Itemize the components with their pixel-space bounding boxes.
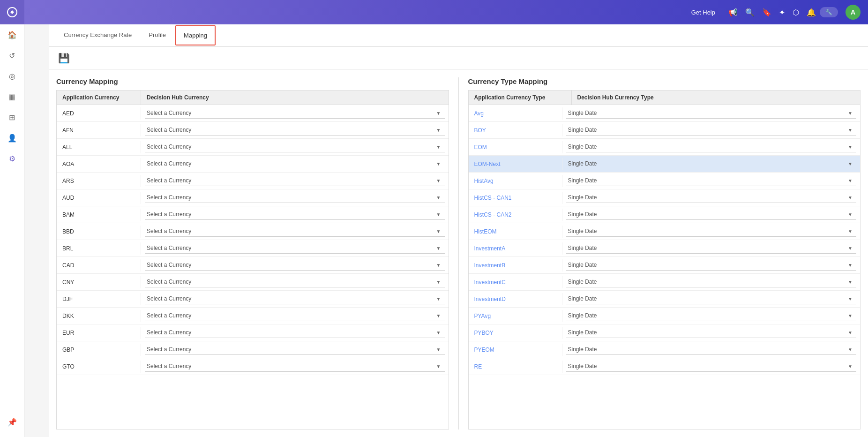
currency-select-display[interactable]: Select a Currency xyxy=(145,226,445,237)
currency-type-select-display[interactable]: Single Date xyxy=(566,192,857,203)
currency-type-select-wrapper: Single Date ▼ xyxy=(566,125,857,136)
search-icon[interactable]: 🔍 xyxy=(745,8,755,17)
currency-type-select-wrapper: Single Date ▼ xyxy=(566,175,857,186)
currency-select-display[interactable]: Select a Currency xyxy=(145,243,445,254)
app-currency-cell: BAM xyxy=(57,209,141,221)
compass-icon[interactable]: ✦ xyxy=(779,8,785,17)
hub-currency-type-cell: Single Date ▼ xyxy=(562,309,861,323)
user-avatar[interactable]: A xyxy=(846,5,861,20)
hub-currency-cell: Select a Currency ▼ xyxy=(141,190,449,205)
currency-type-select-display[interactable]: Single Date xyxy=(566,310,857,321)
currency-select-display[interactable]: Select a Currency xyxy=(145,158,445,169)
currency-type-select-display[interactable]: Single Date xyxy=(566,175,857,186)
bell-icon[interactable]: 🔔 xyxy=(807,8,816,17)
sidebar-item-pin[interactable]: 📌 xyxy=(0,412,24,432)
table-row: DJF Select a Currency ▼ xyxy=(57,291,449,308)
tab-profile[interactable]: Profile xyxy=(141,26,173,45)
sidebar-item-refresh[interactable]: ↺ xyxy=(0,45,24,66)
hub-currency-cell: Select a Currency ▼ xyxy=(141,258,449,272)
table-row: HistCS - CAN1 Single Date ▼ xyxy=(469,189,861,206)
currency-select-display[interactable]: Select a Currency xyxy=(145,310,445,321)
app-currency-type-cell: InvestmentC xyxy=(469,276,562,288)
app-currency-type-cell: BOY xyxy=(469,124,562,136)
currency-type-select-display[interactable]: Single Date xyxy=(566,125,857,136)
currency-type-select-display[interactable]: Single Date xyxy=(566,243,857,254)
currency-select-display[interactable]: Select a Currency xyxy=(145,192,445,203)
currency-type-select-display[interactable]: Single Date xyxy=(566,327,857,338)
sidebar-item-home[interactable]: 🏠 xyxy=(0,24,24,45)
sidebar-item-table[interactable]: ⊞ xyxy=(0,107,24,128)
app-currency-cell: EUR xyxy=(57,327,141,339)
currency-select-display[interactable]: Select a Currency xyxy=(145,125,445,136)
currency-select-display[interactable]: Select a Currency xyxy=(145,209,445,220)
currency-type-select-display[interactable]: Single Date xyxy=(566,344,857,355)
currency-select-display[interactable]: Select a Currency xyxy=(145,260,445,271)
currency-type-select-display[interactable]: Single Date xyxy=(566,226,857,237)
tab-currency-exchange-rate[interactable]: Currency Exchange Rate xyxy=(56,26,139,45)
app-currency-type-cell: InvestmentD xyxy=(469,293,562,305)
currency-type-select-display[interactable]: Single Date xyxy=(566,108,857,119)
currency-select-display[interactable]: Select a Currency xyxy=(145,344,445,355)
currency-type-select-wrapper: Single Date ▼ xyxy=(566,327,857,338)
megaphone-icon[interactable]: 📢 xyxy=(728,8,738,17)
currency-select-display[interactable]: Select a Currency xyxy=(145,294,445,304)
table-row: ALL Select a Currency ▼ xyxy=(57,139,449,156)
currency-select-display[interactable]: Select a Currency xyxy=(145,175,445,186)
sidebar: 🏠 ↺ ◎ ▦ ⊞ 👤 ⚙ 📌 xyxy=(0,0,24,437)
currency-select-wrapper: Select a Currency ▼ xyxy=(145,209,445,220)
app-logo[interactable] xyxy=(0,0,24,24)
bookmark-icon[interactable]: 🔖 xyxy=(762,8,771,17)
sidebar-item-settings[interactable]: ⚙ xyxy=(0,148,24,169)
currency-select-wrapper: Select a Currency ▼ xyxy=(145,226,445,237)
currency-select-wrapper: Select a Currency ▼ xyxy=(145,260,445,271)
sidebar-item-target[interactable]: ◎ xyxy=(0,66,24,86)
sidebar-item-user[interactable]: 👤 xyxy=(0,128,24,148)
table-row: EOM Single Date ▼ xyxy=(469,139,861,156)
currency-select-wrapper: Select a Currency ▼ xyxy=(145,192,445,203)
currency-type-select-display[interactable]: Single Date xyxy=(566,277,857,287)
currency-type-select-display[interactable]: Single Date xyxy=(566,209,857,220)
tab-mapping[interactable]: Mapping xyxy=(175,25,216,45)
currency-select-wrapper: Select a Currency ▼ xyxy=(145,277,445,287)
currency-type-select-display[interactable]: Single Date xyxy=(566,294,857,304)
table-row: InvestmentD Single Date ▼ xyxy=(469,291,861,308)
currency-type-select-display[interactable]: Single Date xyxy=(566,142,857,152)
app-currency-cell: GBP xyxy=(57,344,141,356)
save-button[interactable]: 💾 xyxy=(56,51,72,66)
currency-select-display[interactable]: Select a Currency xyxy=(145,142,445,152)
table-row: GTO Select a Currency ▼ xyxy=(57,358,449,375)
currency-type-mapping-header: Application Currency Type Decision Hub C… xyxy=(469,90,861,105)
currency-select-display[interactable]: Select a Currency xyxy=(145,277,445,287)
app-currency-cell: CAD xyxy=(57,259,141,271)
sidebar-item-grid[interactable]: ▦ xyxy=(0,86,24,107)
header-hub-currency: Decision Hub Currency xyxy=(141,90,449,105)
app-chip[interactable]: 🔧 xyxy=(820,7,838,17)
hub-currency-cell: Select a Currency ▼ xyxy=(141,275,449,289)
app-currency-cell: AED xyxy=(57,107,141,120)
hub-currency-type-cell: Single Date ▼ xyxy=(562,140,861,154)
hub-currency-cell: Select a Currency ▼ xyxy=(141,325,449,340)
table-row: RE Single Date ▼ xyxy=(469,358,861,375)
cube-icon[interactable]: ⬡ xyxy=(793,8,799,17)
header-hub-currency-type: Decision Hub Currency Type xyxy=(572,90,861,105)
app-currency-type-cell: HistEOM xyxy=(469,226,562,238)
hub-currency-type-cell: Single Date ▼ xyxy=(562,258,861,272)
hub-currency-cell: Select a Currency ▼ xyxy=(141,207,449,222)
currency-type-select-display[interactable]: Single Date xyxy=(566,260,857,271)
currency-type-select-display[interactable]: Single Date xyxy=(566,361,857,372)
hub-currency-type-cell: Single Date ▼ xyxy=(562,275,861,289)
app-currency-type-cell: HistAvg xyxy=(469,175,562,187)
currency-type-select-wrapper: Single Date ▼ xyxy=(566,310,857,321)
currency-select-display[interactable]: Select a Currency xyxy=(145,108,445,119)
table-row: BOY Single Date ▼ xyxy=(469,122,861,139)
currency-select-wrapper: Select a Currency ▼ xyxy=(145,327,445,338)
get-help-link[interactable]: Get Help xyxy=(691,9,715,16)
currency-select-display[interactable]: Select a Currency xyxy=(145,361,445,372)
app-currency-cell: DKK xyxy=(57,310,141,322)
table-row: AFN Select a Currency ▼ xyxy=(57,122,449,139)
hub-currency-type-cell: Single Date ▼ xyxy=(562,157,861,171)
currency-select-display[interactable]: Select a Currency xyxy=(145,327,445,338)
app-currency-type-cell: EOM xyxy=(469,141,562,153)
currency-type-select-display[interactable]: Single Date xyxy=(566,158,857,169)
app-currency-type-cell: Avg xyxy=(469,107,562,120)
